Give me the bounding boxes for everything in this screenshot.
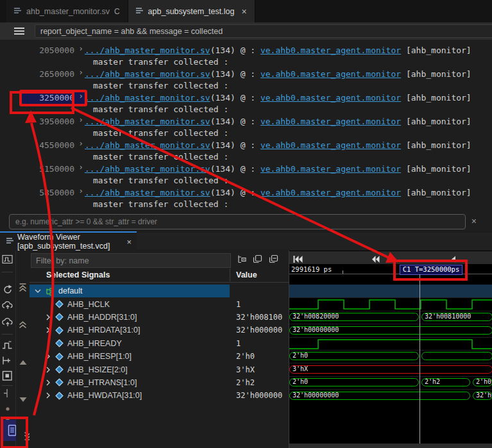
chevron-down-icon[interactable] xyxy=(35,288,41,294)
waveform-ruler[interactable]: 2991619 ps C1 T=3250000ps xyxy=(289,264,492,274)
expand-chevron-icon[interactable]: › xyxy=(78,67,83,78)
tab-ahb-master-monitor-sv[interactable]: ahb_master_monitor.sv C xyxy=(6,0,128,22)
cursor-time-badge[interactable]: C1 T=3250000ps xyxy=(400,265,462,275)
signal-value: 32'h000000 xyxy=(236,391,282,400)
tree-row-signal[interactable]: AHB_HADDR[31:0]32'h008100 xyxy=(30,311,289,324)
log-timestamp[interactable]: 3950000› xyxy=(22,116,85,128)
source-file-link[interactable]: .../ahb_master_monitor.sv xyxy=(85,45,210,56)
log-timestamp[interactable]: 2650000› xyxy=(22,69,85,80)
tab-label: ahb_master_monitor.sv xyxy=(26,7,110,16)
bus-segment: 32'h00820000 xyxy=(289,313,419,321)
expand-all-icon[interactable] xyxy=(253,254,262,266)
wave-row-AHB_HADDR[interactable]: 32'h0082000032'h00810000 xyxy=(289,311,492,324)
measure-icon[interactable] xyxy=(2,356,12,368)
hierarchy-link[interactable]: ve.ahb0.master_agent.monitor xyxy=(260,187,401,199)
wave-row-AHB_HWDATA[interactable]: 32'h0000000032'h00 xyxy=(289,389,492,402)
tree-row-signal[interactable]: AHB_HCLK1 xyxy=(30,297,289,310)
attribute-filter-input[interactable] xyxy=(9,214,466,229)
source-file-link[interactable]: .../ahb_master_monitor.sv xyxy=(85,69,210,80)
source-file-link[interactable]: .../ahb_master_monitor.sv xyxy=(85,140,210,151)
log-location: (134) @ : xyxy=(210,140,260,151)
tree-row-signal[interactable]: AHB_HREADY1 xyxy=(30,337,289,350)
signal-diamond-icon xyxy=(55,339,64,347)
chevron-right-icon[interactable] xyxy=(45,392,51,399)
collapse-all-icon[interactable] xyxy=(269,254,278,266)
log-timestamp[interactable]: 3250000› xyxy=(22,92,85,104)
waveform-pane[interactable]: 2991619 ps C1 T=3250000ps 32'h0082000032… xyxy=(289,251,492,448)
waveform-hscrollbar[interactable] xyxy=(289,444,492,448)
tree-row-signal[interactable]: AHB_HTRANS[1:0]2'h2 xyxy=(30,376,289,389)
log-entry-line: 2650000›.../ahb_master_monitor.sv(134) @… xyxy=(22,69,492,80)
log-filter-input[interactable] xyxy=(35,24,492,38)
chevron-right-icon[interactable] xyxy=(45,314,51,320)
tab-waveform-viewer[interactable]: Waveform Viewer [apb_subsystem_test.vcd]… xyxy=(0,231,137,251)
expand-chevron-icon[interactable]: › xyxy=(78,114,83,126)
signal-label: AHB_HREADY xyxy=(67,339,122,348)
close-icon[interactable]: × xyxy=(126,237,131,247)
hierarchy-link[interactable]: ve.ahb0.master_agent.monitor xyxy=(260,116,401,128)
source-file-link[interactable]: .../ahb_master_monitor.sv xyxy=(85,92,210,104)
step-down-icon[interactable] xyxy=(19,394,27,405)
log-entry: 5150000›.../ahb_master_monitor.sv(134) @… xyxy=(22,163,492,187)
waveform-cursor-line[interactable] xyxy=(420,274,420,444)
tree-row-signal[interactable]: AHB_HRDATA[31:0]32'h000000 xyxy=(30,324,289,336)
tree-row-signal[interactable]: AHB_HSIZE[2:0]3'hX xyxy=(30,363,289,376)
source-file-link[interactable]: .../ahb_master_monitor.sv xyxy=(85,116,210,128)
tree-row-group[interactable]: default xyxy=(30,285,289,297)
chevron-right-icon[interactable] xyxy=(45,367,51,373)
wave-row-AHB_HRDATA[interactable]: 32'h00000000 xyxy=(289,324,492,336)
frame-dot-icon[interactable] xyxy=(2,370,13,384)
close-icon[interactable]: × xyxy=(471,216,477,226)
expand-chevron-icon[interactable]: › xyxy=(78,43,83,54)
tab-label: Waveform Viewer [apb_subsystem_test.vcd] xyxy=(17,233,121,251)
tree-row-signal[interactable]: AHB_HRESP[1:0]2'h0 xyxy=(30,350,289,363)
hierarchy-link[interactable]: ve.ahb0.master_agent.monitor xyxy=(260,69,401,80)
expand-chevron-icon[interactable]: › xyxy=(78,162,83,173)
step-up-icon[interactable] xyxy=(19,356,27,368)
chevron-right-icon[interactable] xyxy=(45,353,51,360)
tab-apb-subsystem-test-log[interactable]: apb_subsystem_test.log × xyxy=(128,0,255,22)
close-icon[interactable]: × xyxy=(241,7,246,16)
waveform-panel-icon[interactable] xyxy=(2,254,13,268)
log-entry-line: 3950000›.../ahb_master_monitor.sv(134) @… xyxy=(22,116,492,128)
hierarchy-link[interactable]: ve.ahb0.master_agent.monitor xyxy=(260,45,401,56)
source-file-link[interactable]: .../ahb_master_monitor.sv xyxy=(85,163,210,175)
log-timestamp[interactable]: 5850000› xyxy=(22,187,85,199)
cloud-upload-alt-icon[interactable] xyxy=(2,317,13,329)
hierarchy-link[interactable]: ve.ahb0.master_agent.monitor xyxy=(260,163,401,175)
wave-row-AHB_HCLK[interactable] xyxy=(289,297,492,310)
page-up-icon[interactable] xyxy=(18,320,28,331)
log-timestamp[interactable]: 5150000› xyxy=(22,163,85,175)
collapse-tree-icon[interactable] xyxy=(236,254,246,266)
chevron-right-icon[interactable] xyxy=(45,379,51,386)
signal-filter-input[interactable] xyxy=(31,253,231,268)
log-timestamp[interactable]: 4550000› xyxy=(22,140,85,151)
scroll-top-icon[interactable] xyxy=(18,283,28,295)
log-filter-row xyxy=(0,22,492,40)
log-message: master transfer collected : xyxy=(22,80,492,92)
wave-row-AHB_HREADY[interactable] xyxy=(289,337,492,350)
wave-row-AHB_HSIZE[interactable]: 3'hX xyxy=(289,363,492,376)
pulse-icon[interactable] xyxy=(2,340,13,353)
hierarchy-link[interactable]: ve.ahb0.master_agent.monitor xyxy=(260,140,401,151)
log-view[interactable]: 2050000›.../ahb_master_monitor.sv(134) @… xyxy=(0,40,492,212)
bus-segment: 32'h00 xyxy=(473,392,492,400)
sync-icon[interactable] xyxy=(2,284,13,298)
cloud-upload-icon[interactable] xyxy=(2,300,13,313)
expand-chevron-icon[interactable]: › xyxy=(78,90,83,102)
wave-row-AHB_HTRANS[interactable]: 2'h02'h22'h0 xyxy=(289,376,492,389)
menu-icon[interactable] xyxy=(14,26,24,38)
log-entry: 2050000›.../ahb_master_monitor.sv(134) @… xyxy=(22,45,492,68)
cursor-tool-icon[interactable] xyxy=(2,388,12,401)
wave-row-AHB_HRESP[interactable]: 2'h0 xyxy=(289,350,492,363)
chevron-right-icon[interactable] xyxy=(45,327,51,333)
signal-label: AHB_HSIZE[2:0] xyxy=(67,365,128,374)
log-timestamp[interactable]: 2050000› xyxy=(22,45,85,56)
tree-row-signal[interactable]: AHB_HWDATA[31:0]32'h000000 xyxy=(30,389,289,402)
expand-chevron-icon[interactable]: › xyxy=(78,185,83,197)
expand-chevron-icon[interactable]: › xyxy=(78,138,83,149)
bus-segment xyxy=(421,352,492,360)
source-file-link[interactable]: .../ahb_master_monitor.sv xyxy=(85,187,210,199)
hierarchy-link[interactable]: ve.ahb0.master_agent.monitor xyxy=(260,92,401,104)
signal-label: AHB_HADDR[31:0] xyxy=(67,313,137,322)
